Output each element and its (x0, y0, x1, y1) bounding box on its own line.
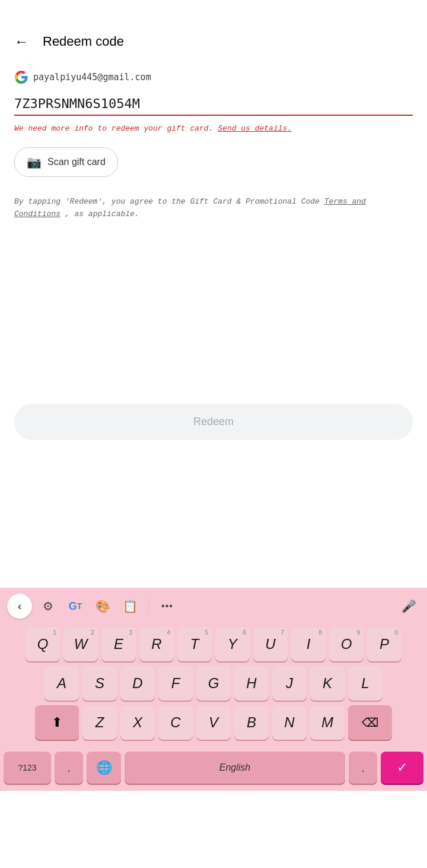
keyboard-keys: 1Q 2W 3E 4R 5T 6Y 7U 8I 9O 0P A S D F G … (0, 625, 427, 747)
keyboard-mic-button[interactable]: 🎤 (397, 595, 420, 617)
delete-icon: ⌫ (362, 715, 378, 730)
key-b[interactable]: B (234, 705, 269, 740)
error-message: We need more info to redeem your gift ca… (0, 119, 427, 142)
key-row-2: A S D F G H J K L (4, 666, 423, 701)
header: ← Redeem code (0, 18, 427, 65)
redeem-button-area: Redeem (0, 392, 427, 452)
back-arrow-icon: ← (14, 33, 28, 50)
toolbar-separator (148, 598, 149, 614)
terms-text-part1: By tapping 'Redeem', you agree to the Gi… (14, 197, 320, 206)
terms-text: By tapping 'Redeem', you agree to the Gi… (0, 191, 427, 226)
key-h[interactable]: H (234, 666, 269, 701)
shift-key[interactable]: ⬆ (35, 705, 79, 740)
space-key[interactable]: English (125, 752, 345, 784)
period-key-left[interactable]: . (55, 752, 83, 784)
microphone-icon: 🎤 (401, 599, 416, 613)
key-y[interactable]: 6Y (215, 627, 250, 661)
google-logo-icon (14, 70, 28, 84)
keyboard-translate-button[interactable]: GT (64, 595, 87, 617)
key-w[interactable]: 2W (63, 627, 98, 661)
key-q[interactable]: 1Q (26, 627, 60, 661)
keyboard-theme-button[interactable]: 🎨 (91, 595, 114, 617)
translate-icon: G (69, 600, 77, 613)
number-switch-key[interactable]: ?123 (4, 752, 51, 784)
key-c[interactable]: C (158, 705, 193, 740)
globe-icon: 🌐 (96, 760, 112, 775)
redeem-button[interactable]: Redeem (14, 404, 413, 440)
key-u[interactable]: 7U (253, 627, 288, 661)
keyboard-bottom-bar: ?123 . 🌐 English . ✓ (0, 747, 427, 791)
key-v[interactable]: V (196, 705, 231, 740)
code-input[interactable] (14, 94, 413, 116)
key-g[interactable]: G (196, 666, 231, 701)
number-switch-label: ?123 (18, 763, 36, 772)
key-t[interactable]: 5T (177, 627, 212, 661)
keyboard-back-button[interactable]: ‹ (7, 594, 32, 619)
main-content: ← Redeem code payalpiyu445@gmail.com We … (0, 18, 427, 588)
keyboard: ‹ ⚙ GT 🎨 📋 ••• 🎤 1Q 2W 3E 4R 5T 6Y (0, 588, 427, 791)
keyboard-settings-button[interactable]: ⚙ (37, 595, 59, 617)
done-icon: ✓ (397, 760, 407, 775)
key-i[interactable]: 8I (291, 627, 326, 661)
key-d[interactable]: D (120, 666, 155, 701)
period-right-label: . (361, 761, 365, 775)
key-e[interactable]: 3E (101, 627, 136, 661)
key-n[interactable]: N (272, 705, 307, 740)
key-p[interactable]: 0P (367, 627, 401, 661)
key-row-3: ⬆ Z X C V B N M ⌫ (4, 705, 423, 740)
keyboard-back-icon: ‹ (18, 600, 21, 613)
keyboard-toolbar: ‹ ⚙ GT 🎨 📋 ••• 🎤 (0, 588, 427, 625)
gear-icon: ⚙ (43, 599, 53, 613)
key-j[interactable]: J (272, 666, 307, 701)
shift-icon: ⬆ (52, 715, 62, 730)
delete-key[interactable]: ⌫ (348, 705, 392, 740)
theme-icon: 🎨 (95, 599, 110, 613)
keyboard-more-button[interactable]: ••• (156, 595, 179, 617)
key-a[interactable]: A (44, 666, 79, 701)
key-k[interactable]: K (310, 666, 345, 701)
terms-text-part2: , as applicable. (65, 210, 139, 218)
done-key[interactable]: ✓ (381, 752, 423, 784)
period-left-label: . (67, 761, 71, 775)
scan-gift-card-button[interactable]: 📷 Scan gift card (14, 147, 118, 177)
camera-icon: 📷 (27, 155, 42, 169)
keyboard-clipboard-button[interactable]: 📋 (119, 595, 141, 617)
key-o[interactable]: 9O (329, 627, 364, 661)
status-bar (0, 0, 427, 18)
space-label: English (219, 762, 250, 773)
scan-button-label: Scan gift card (47, 157, 106, 167)
key-l[interactable]: L (348, 666, 383, 701)
send-details-link[interactable]: Send us details. (218, 124, 292, 133)
code-input-area[interactable] (0, 94, 427, 116)
clipboard-icon: 📋 (123, 599, 138, 613)
account-row: payalpiyu445@gmail.com (0, 65, 427, 94)
key-r[interactable]: 4R (139, 627, 174, 661)
error-text: We need more info to redeem your gift ca… (14, 124, 213, 133)
key-x[interactable]: X (120, 705, 155, 740)
key-row-1: 1Q 2W 3E 4R 5T 6Y 7U 8I 9O 0P (4, 627, 423, 661)
back-button[interactable]: ← (9, 30, 33, 53)
account-email: payalpiyu445@gmail.com (33, 72, 151, 83)
key-m[interactable]: M (310, 705, 345, 740)
more-icon: ••• (161, 601, 173, 612)
key-f[interactable]: F (158, 666, 193, 701)
period-key-right[interactable]: . (349, 752, 377, 784)
key-z[interactable]: Z (82, 705, 117, 740)
page-title: Redeem code (43, 34, 124, 49)
key-s[interactable]: S (82, 666, 117, 701)
globe-key[interactable]: 🌐 (87, 752, 121, 784)
